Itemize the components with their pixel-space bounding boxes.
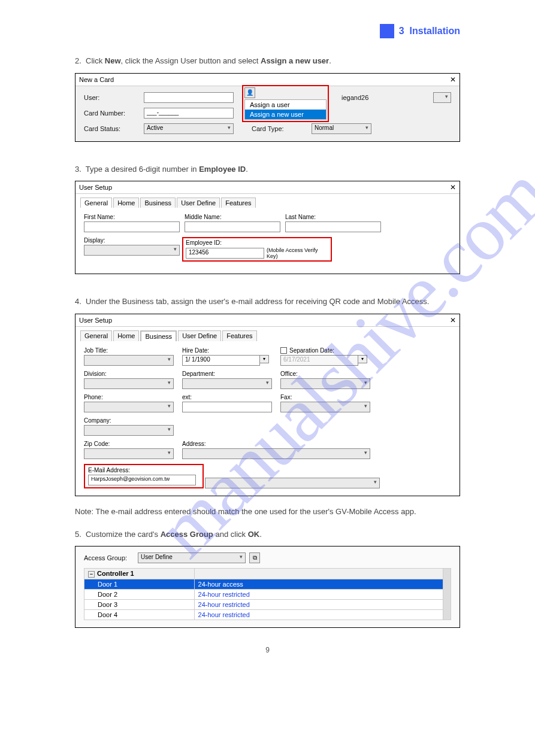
first-name-label: First Name: — [84, 214, 180, 220]
card-status-label: Card Status: — [84, 125, 144, 132]
scrollbar[interactable] — [443, 569, 451, 620]
table-cell[interactable]: 24-hour access — [194, 579, 443, 590]
zip-label: Zip Code: — [84, 441, 174, 447]
company-label: Company: — [84, 417, 174, 424]
tab-features[interactable]: Features — [222, 330, 256, 341]
employee-id-input[interactable]: 123456 — [186, 248, 264, 259]
step5-text: 5. Customize the card's Access Group and… — [75, 529, 460, 541]
division-label: Division: — [84, 371, 174, 377]
user-label: User: — [84, 94, 144, 101]
job-title-select[interactable] — [84, 355, 174, 366]
card-bit-select[interactable] — [433, 92, 451, 103]
tab-userdefine[interactable]: User Define — [178, 330, 221, 341]
section-number: 3 — [399, 26, 404, 36]
section-title: Installation — [410, 26, 460, 36]
collapse-icon[interactable]: − — [88, 571, 95, 578]
table-cell[interactable]: 24-hour restricted — [194, 590, 443, 600]
address-label: Address: — [182, 441, 370, 447]
card-type-select[interactable]: Normal — [312, 123, 371, 134]
tab-userdefine[interactable]: User Define — [177, 198, 220, 208]
separation-date-label: Separation Date: — [280, 347, 370, 354]
access-config-icon[interactable]: ⧉ — [249, 552, 260, 563]
separation-checkbox[interactable] — [280, 347, 287, 354]
address-select[interactable] — [182, 448, 370, 459]
tab-business[interactable]: Business — [140, 198, 176, 208]
separation-date-input: 6/17/2021 — [280, 355, 358, 366]
note-text: Note: The e-mail address entered should … — [75, 506, 460, 518]
department-select[interactable] — [182, 378, 272, 389]
dialog-title: User Setup — [79, 184, 112, 191]
close-icon[interactable]: ✕ — [450, 316, 456, 324]
hire-date-label: Hire Date: — [182, 347, 272, 354]
job-title-label: Job Title: — [84, 347, 174, 354]
step4-text: 4. Under the Business tab, assign the us… — [75, 296, 460, 308]
step2-text: 2. Click New, click the Assign User butt… — [75, 55, 460, 67]
office-label: Office: — [280, 371, 370, 377]
table-row[interactable]: Door 2 — [84, 590, 195, 600]
email-label: E-Mail Address: — [88, 467, 200, 473]
card-bit-value: iegand26 — [341, 94, 368, 101]
page-number: 9 — [75, 646, 460, 654]
middle-name-label: Middle Name: — [185, 214, 280, 220]
card-number-input[interactable]: ___-______ — [144, 108, 234, 119]
hire-date-input[interactable]: 1/ 1/1900 — [182, 355, 260, 366]
access-group-label: Access Group: — [84, 554, 138, 561]
tab-features[interactable]: Features — [221, 198, 255, 208]
tab-home[interactable]: Home — [113, 330, 139, 341]
fax-label: Fax: — [280, 394, 370, 400]
access-group-select[interactable]: User Define — [138, 552, 246, 563]
ext-label: ext: — [182, 394, 272, 400]
step3-text: 3. Type a desired 6-digit number in Empl… — [75, 163, 460, 175]
door-access-table: −Controller 1 Door 124-hour access Door … — [84, 568, 451, 620]
office-select[interactable] — [280, 378, 370, 389]
company-select[interactable] — [84, 425, 174, 436]
assign-user-icon[interactable]: 👤 — [244, 87, 255, 98]
ext-input[interactable] — [182, 402, 272, 412]
card-number-label: Card Number: — [84, 110, 144, 117]
first-name-input[interactable] — [84, 221, 180, 232]
table-row[interactable]: Door 1 — [84, 579, 195, 590]
assign-user-menu-item[interactable]: Assign a user — [245, 100, 326, 110]
card-status-select[interactable]: Active — [144, 123, 234, 134]
user-input[interactable] — [144, 92, 234, 103]
last-name-input[interactable] — [285, 221, 381, 232]
tab-business[interactable]: Business — [140, 330, 177, 341]
dialog-title: User Setup — [79, 317, 112, 324]
tab-home[interactable]: Home — [113, 198, 139, 208]
header-box-icon — [380, 24, 394, 38]
division-select[interactable] — [84, 378, 174, 389]
user-setup-general-dialog: User Setup ✕ General Home Business User … — [75, 181, 460, 274]
employee-id-label: Employee ID: — [186, 239, 328, 246]
dialog-title: New a Card — [79, 76, 114, 83]
table-cell[interactable]: 24-hour restricted — [194, 600, 443, 610]
table-cell[interactable]: 24-hour restricted — [194, 610, 443, 620]
display-select[interactable] — [84, 245, 180, 256]
email-input[interactable]: HarpsJoseph@geovision.com.tw — [88, 475, 196, 485]
department-label: Department: — [182, 371, 272, 377]
middle-name-input[interactable] — [185, 221, 280, 232]
close-icon[interactable]: ✕ — [450, 75, 456, 84]
table-row[interactable]: Door 4 — [84, 610, 195, 620]
zip-select[interactable] — [84, 448, 174, 459]
mobile-verify-hint: (Mobile Access Verify Key) — [267, 247, 328, 259]
close-icon[interactable]: ✕ — [450, 183, 456, 192]
table-row[interactable]: Door 3 — [84, 600, 195, 610]
email-extra-select[interactable] — [205, 478, 380, 488]
controller-name: Controller 1 — [97, 570, 134, 577]
assign-new-user-menu-item[interactable]: Assign a new user — [245, 110, 326, 119]
access-group-panel: Access Group: User Define ⧉ −Controller … — [75, 546, 460, 628]
phone-select[interactable] — [84, 402, 174, 412]
section-header: 3 Installation — [75, 24, 460, 38]
calendar-icon: ▾ — [358, 355, 367, 363]
calendar-icon[interactable]: ▾ — [259, 355, 269, 363]
card-type-label: Card Type: — [252, 125, 288, 132]
new-card-dialog: New a Card ✕ User: 👤 Assign a user Assig… — [75, 73, 460, 142]
fax-select[interactable] — [280, 402, 370, 412]
tab-general[interactable]: General — [80, 198, 112, 208]
display-label: Display: — [84, 237, 180, 244]
phone-label: Phone: — [84, 394, 174, 400]
user-setup-business-dialog: User Setup ✕ General Home Business User … — [75, 314, 460, 497]
last-name-label: Last Name: — [285, 214, 381, 220]
tab-general[interactable]: General — [80, 330, 112, 341]
